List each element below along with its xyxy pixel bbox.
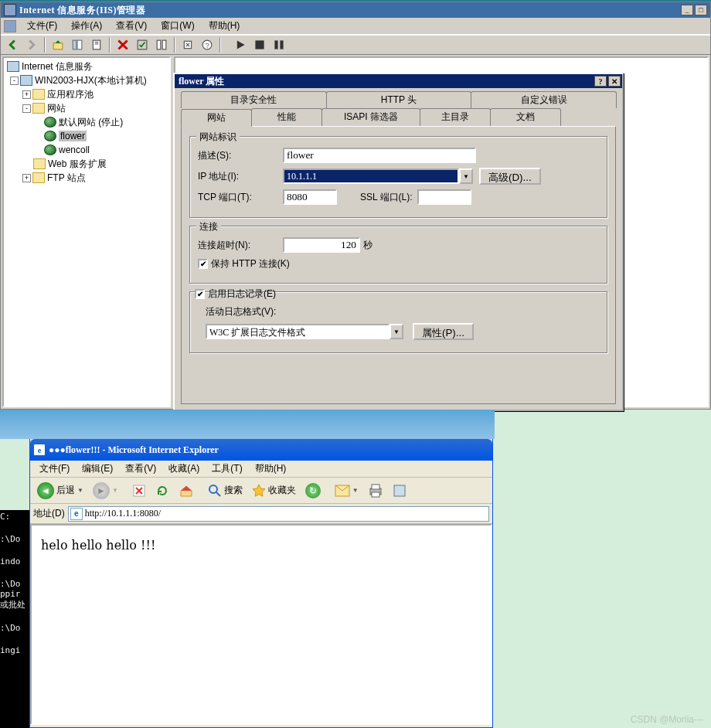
ie-titlebar[interactable]: e ●●●flower!!! - Microsoft Internet Expl… [30,439,492,461]
checkbox-logging[interactable]: ✔ [195,289,205,299]
group-conn-legend: 连接 [196,220,221,233]
tab-custom-errors[interactable]: 自定义错误 [471,91,617,108]
ie-menu-tools[interactable]: 工具(T) [207,461,247,477]
expand-icon[interactable]: + [22,174,31,182]
ie-back-button[interactable]: ◄ 后退 ▼ [33,480,87,502]
ie-stop-button[interactable] [128,480,150,502]
tab-home-dir[interactable]: 主目录 [420,108,491,126]
ie-menu-help[interactable]: 帮助(H) [250,461,291,477]
ip-value[interactable]: 10.1.1.1 [283,168,459,184]
log-properties-button[interactable]: 属性(P)... [413,323,474,340]
ie-page-content: helo hello hello !!! [30,524,492,725]
ie-print-button[interactable] [364,480,387,502]
input-description[interactable] [283,148,476,163]
ie-edit-button[interactable] [389,480,410,502]
back-button[interactable] [4,36,21,53]
expand-icon[interactable]: - [10,77,19,85]
tree-site-flower[interactable]: flower [5,129,168,143]
checkbox-keepalive[interactable]: ✔ [198,259,208,269]
tree-root[interactable]: Internet 信息服务 [5,60,168,73]
dialog-help-button[interactable]: ? [594,76,607,87]
menu-file[interactable]: 文件(F) [21,18,63,34]
menu-help[interactable]: 帮助(H) [202,18,247,34]
show-hide-tree-button[interactable] [69,36,86,53]
tree-webext[interactable]: Web 服务扩展 [5,157,168,171]
options-button[interactable] [134,36,151,53]
cmd-line: 或批处 [0,599,29,611]
ie-menu-fav[interactable]: 收藏(A) [164,461,204,477]
log-format-value[interactable]: W3C 扩展日志文件格式 [206,324,390,339]
input-timeout[interactable] [283,237,360,253]
back-icon: ◄ [37,482,54,499]
combo-ip[interactable]: 10.1.1.1 ▼ [283,168,473,184]
ie-home-button[interactable] [175,480,198,502]
tree-site-wencoll[interactable]: wencoll [5,143,168,157]
ie-fav-label: 收藏夹 [268,484,296,497]
url-text[interactable]: http://10.1.1.1:8080/ [85,508,161,519]
dialog-close-button[interactable]: ✕ [608,76,621,87]
ie-search-button[interactable]: 搜索 [204,480,247,502]
ie-refresh-button[interactable] [151,480,173,502]
server-icon [20,75,32,86]
tree-sites[interactable]: -网站 [5,101,168,115]
tab-website[interactable]: 网站 [181,109,252,127]
forward-button[interactable] [23,36,40,53]
dialog-titlebar[interactable]: flower 属性 ? ✕ [175,74,622,88]
menu-window[interactable]: 窗口(W) [155,18,200,34]
refresh-button[interactable] [153,36,170,53]
input-ssl-port[interactable] [417,189,471,205]
expand-icon[interactable]: + [22,90,31,99]
combo-dropdown-button[interactable]: ▼ [459,168,473,184]
site-icon [44,131,56,141]
iis-titlebar[interactable]: Internet 信息服务(IIS)管理器 _ □ [1,2,710,18]
export-button[interactable] [179,36,196,53]
iis-root-icon [7,61,19,72]
tab-http-headers[interactable]: HTTP 头 [326,91,472,108]
stop-button[interactable] [251,36,268,53]
mmc-icon [4,20,16,32]
tree-site-default[interactable]: 默认网站 (停止) [5,115,168,129]
minimize-button[interactable]: _ [681,5,693,15]
tree-panel[interactable]: Internet 信息服务 -WIN2003-HJX(本地计算机) +应用程序池… [2,56,171,407]
tree-flower-label: flower [59,131,87,141]
tab-isapi[interactable]: ISAPI 筛选器 [321,108,420,126]
address-input-box[interactable]: e http://10.1.1.1:8080/ [68,506,489,522]
tree-server[interactable]: -WIN2003-HJX(本地计算机) [5,73,168,87]
tab-documents[interactable]: 文档 [490,108,561,126]
ie-menu-file[interactable]: 文件(F) [35,461,74,477]
up-button[interactable] [49,36,66,53]
expand-icon[interactable]: - [22,104,31,113]
label-tcp-port: TCP 端口(T): [198,191,283,204]
svg-rect-21 [372,492,379,497]
tab-dir-security[interactable]: 目录安全性 [181,91,327,108]
tab-performance[interactable]: 性能 [251,108,322,126]
properties-button[interactable] [88,36,105,53]
ie-mail-button[interactable]: ▼ [331,480,362,502]
combo-log-format[interactable]: W3C 扩展日志文件格式 ▼ [206,324,403,339]
edit-icon [393,484,407,498]
ie-menu-edit[interactable]: 编辑(E) [77,461,117,477]
svg-rect-0 [53,43,63,49]
menu-action[interactable]: 操作(A) [65,18,108,34]
ie-forward-button[interactable]: ► ▼ [89,480,122,502]
svg-rect-20 [372,485,379,489]
pause-button[interactable] [270,36,287,53]
start-button[interactable] [232,36,249,53]
help-button[interactable]: ? [199,36,216,53]
delete-button[interactable] [114,36,131,53]
tree-default-label: 默认网站 (停止) [59,116,123,129]
input-tcp-port[interactable] [283,189,337,205]
folder-icon [32,89,45,100]
menu-view[interactable]: 查看(V) [110,18,153,34]
advanced-button[interactable]: 高级(D)... [479,168,541,185]
tree-ftp[interactable]: +FTP 站点 [5,171,168,185]
combo-dropdown-button[interactable]: ▼ [390,324,403,339]
ie-favorites-button[interactable]: 收藏夹 [248,480,300,502]
forward-icon: ► [93,482,110,499]
ie-menu-view[interactable]: 查看(V) [121,461,161,477]
label-logging: 启用日志记录(E) [208,287,276,301]
maximize-button[interactable]: □ [695,5,707,15]
tree-root-label: Internet 信息服务 [22,60,93,73]
tree-apppool[interactable]: +应用程序池 [5,87,168,101]
ie-history-button[interactable]: ↻ [301,480,325,502]
